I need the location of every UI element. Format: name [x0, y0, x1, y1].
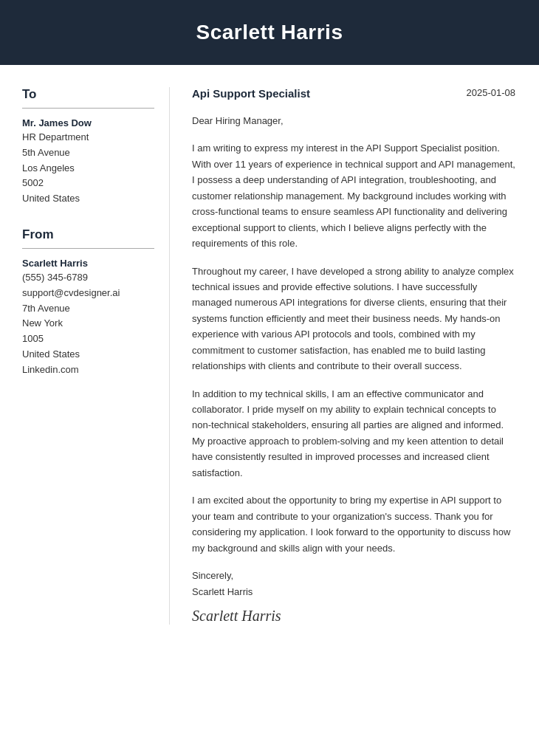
to-section: To Mr. James Dow HR Department 5th Avenu… — [22, 87, 154, 207]
signature: Scarlett Harris — [192, 608, 515, 625]
to-department: HR Department — [22, 130, 154, 145]
to-country: United States — [22, 191, 154, 207]
sidebar: To Mr. James Dow HR Department 5th Avenu… — [0, 87, 170, 625]
from-name: Scarlett Harris — [22, 258, 154, 269]
from-city: New York — [22, 316, 154, 331]
paragraph-2: Throughout my career, I have developed a… — [192, 264, 515, 374]
salutation: Dear Hiring Manager, — [192, 113, 515, 128]
from-label: From — [22, 227, 154, 242]
to-divider — [22, 108, 154, 109]
letter-body: Dear Hiring Manager, I am writing to exp… — [192, 113, 515, 556]
closing-line2: Scarlett Harris — [192, 584, 515, 600]
from-email: support@cvdesigner.ai — [22, 286, 154, 301]
to-name: Mr. James Dow — [22, 117, 154, 128]
to-city: Los Angeles — [22, 161, 154, 176]
body-layout: To Mr. James Dow HR Department 5th Avenu… — [0, 65, 539, 647]
paragraph-3: In addition to my technical skills, I am… — [192, 386, 515, 481]
paragraph-1: I am writing to express my interest in t… — [192, 140, 515, 251]
letter-title: Api Support Specialist — [192, 87, 310, 100]
from-street: 7th Avenue — [22, 301, 154, 317]
closing: Sincerely, Scarlett Harris — [192, 568, 515, 600]
closing-line1: Sincerely, — [192, 568, 515, 584]
from-section: From Scarlett Harris (555) 345-6789 supp… — [22, 227, 154, 378]
to-label: To — [22, 87, 154, 102]
letter-header: Api Support Specialist 2025-01-08 — [192, 87, 515, 100]
page: Scarlett Harris To Mr. James Dow HR Depa… — [0, 0, 539, 756]
to-street: 5th Avenue — [22, 145, 154, 161]
paragraph-4: I am excited about the opportunity to br… — [192, 492, 515, 556]
from-zip: 1005 — [22, 331, 154, 347]
from-phone: (555) 345-6789 — [22, 270, 154, 286]
main-content: Api Support Specialist 2025-01-08 Dear H… — [170, 87, 539, 625]
letter-date: 2025-01-08 — [467, 87, 516, 98]
header: Scarlett Harris — [0, 0, 539, 65]
from-country: United States — [22, 347, 154, 362]
from-website: Linkedin.com — [22, 362, 154, 378]
to-zip: 5002 — [22, 176, 154, 191]
header-name: Scarlett Harris — [15, 21, 524, 44]
from-divider — [22, 248, 154, 249]
